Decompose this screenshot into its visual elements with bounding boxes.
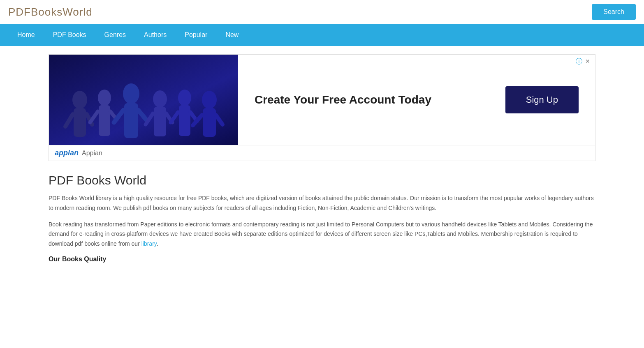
- svg-rect-22: [203, 108, 216, 137]
- main-content: PDF Books World PDF Books World library …: [40, 173, 604, 263]
- ad-headline: Create Your Free Account Today: [255, 92, 489, 107]
- svg-point-17: [178, 90, 191, 106]
- svg-point-21: [202, 91, 217, 109]
- header: PDFBooksWorld Search: [0, 0, 644, 24]
- nav-link-home[interactable]: Home: [8, 24, 44, 46]
- svg-point-9: [123, 83, 139, 104]
- nav-item-pdf-books[interactable]: PDF Books: [44, 24, 95, 46]
- main-nav: Home PDF Books Genres Authors Popular Ne…: [0, 24, 644, 46]
- site-logo: PDFBooksWorld: [8, 6, 93, 18]
- svg-rect-10: [124, 103, 138, 138]
- ad-info-icon[interactable]: i: [576, 58, 582, 65]
- ad-close-icon[interactable]: ✕: [585, 58, 590, 65]
- nav-link-authors[interactable]: Authors: [135, 24, 176, 46]
- nav-item-authors[interactable]: Authors: [135, 24, 176, 46]
- sponsor-name: Appian: [82, 150, 102, 157]
- search-button[interactable]: Search: [592, 4, 636, 20]
- svg-rect-14: [154, 107, 166, 136]
- ad-image: [49, 55, 238, 145]
- site-description-2: Book reading has transformed from Paper …: [49, 220, 595, 249]
- nav-link-new[interactable]: New: [216, 24, 248, 46]
- nav-item-new[interactable]: New: [216, 24, 248, 46]
- ad-banner: Create Your Free Account Today Sign Up i…: [49, 54, 595, 161]
- books-quality-heading: Our Books Quality: [49, 256, 595, 263]
- library-link[interactable]: library: [141, 240, 157, 247]
- signup-button[interactable]: Sign Up: [505, 86, 579, 113]
- ad-footer: appian Appian: [49, 145, 595, 161]
- nav-item-home[interactable]: Home: [8, 24, 44, 46]
- svg-rect-2: [74, 108, 86, 137]
- nav-link-pdf-books[interactable]: PDF Books: [44, 24, 95, 46]
- nav-item-genres[interactable]: Genres: [95, 24, 135, 46]
- svg-rect-6: [99, 105, 110, 136]
- svg-rect-18: [179, 105, 190, 136]
- ad-controls: i ✕: [576, 58, 590, 65]
- sponsor-logo: appian: [55, 149, 79, 157]
- site-description-1: PDF Books World library is a high qualit…: [49, 194, 595, 213]
- nav-item-popular[interactable]: Popular: [176, 24, 216, 46]
- svg-point-5: [98, 90, 111, 106]
- ad-content: Create Your Free Account Today Sign Up: [238, 55, 595, 145]
- svg-point-13: [153, 90, 167, 108]
- nav-link-popular[interactable]: Popular: [176, 24, 216, 46]
- svg-point-1: [72, 91, 87, 109]
- nav-link-genres[interactable]: Genres: [95, 24, 135, 46]
- page-title: PDF Books World: [49, 173, 595, 187]
